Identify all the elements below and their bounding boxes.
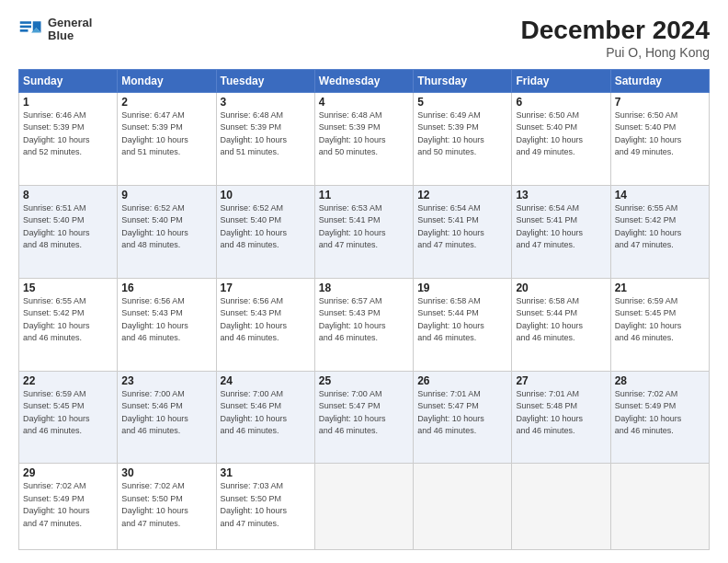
day-info: Sunrise: 7:02 AM Sunset: 5:50 PM Dayligh… [121,480,211,530]
day-info: Sunrise: 6:53 AM Sunset: 5:41 PM Dayligh… [319,202,409,252]
day-info: Sunrise: 6:46 AM Sunset: 5:39 PM Dayligh… [23,109,113,159]
day-cell: 12Sunrise: 6:54 AM Sunset: 5:41 PM Dayli… [414,185,512,278]
day-cell: 16Sunrise: 6:56 AM Sunset: 5:43 PM Dayli… [118,278,216,371]
day-info: Sunrise: 6:49 AM Sunset: 5:39 PM Dayligh… [417,109,507,159]
calendar-header-row: SundayMondayTuesdayWednesdayThursdayFrid… [19,69,710,92]
day-info: Sunrise: 6:57 AM Sunset: 5:43 PM Dayligh… [319,295,409,345]
day-number: 17 [221,282,311,294]
calendar-table: SundayMondayTuesdayWednesdayThursdayFrid… [18,69,710,550]
col-header-wednesday: Wednesday [314,69,413,92]
day-info: Sunrise: 6:50 AM Sunset: 5:40 PM Dayligh… [615,109,705,159]
day-cell: 24Sunrise: 7:00 AM Sunset: 5:46 PM Dayli… [216,371,314,464]
day-number: 30 [121,466,211,479]
day-cell: 15Sunrise: 6:55 AM Sunset: 5:42 PM Dayli… [19,278,118,371]
day-cell: 20Sunrise: 6:58 AM Sunset: 5:44 PM Dayli… [512,278,610,371]
col-header-friday: Friday [512,69,610,92]
day-info: Sunrise: 6:55 AM Sunset: 5:42 PM Dayligh… [23,295,113,345]
day-number: 14 [615,189,705,201]
day-info: Sunrise: 7:01 AM Sunset: 5:47 PM Dayligh… [417,388,507,438]
day-info: Sunrise: 6:59 AM Sunset: 5:45 PM Dayligh… [615,295,705,345]
day-number: 28 [615,374,705,387]
day-cell: 1Sunrise: 6:46 AM Sunset: 5:39 PM Daylig… [19,92,118,185]
logo-text: General Blue [48,17,92,43]
day-info: Sunrise: 6:48 AM Sunset: 5:39 PM Dayligh… [319,109,409,159]
day-info: Sunrise: 7:00 AM Sunset: 5:46 PM Dayligh… [221,388,311,438]
day-cell: 21Sunrise: 6:59 AM Sunset: 5:45 PM Dayli… [610,278,709,371]
day-info: Sunrise: 6:58 AM Sunset: 5:44 PM Dayligh… [516,295,606,345]
col-header-saturday: Saturday [610,69,709,92]
week-row-2: 8Sunrise: 6:51 AM Sunset: 5:40 PM Daylig… [19,185,710,278]
col-header-thursday: Thursday [414,69,512,92]
day-cell: 7Sunrise: 6:50 AM Sunset: 5:40 PM Daylig… [610,92,709,185]
day-number: 21 [615,282,705,294]
day-info: Sunrise: 7:00 AM Sunset: 5:46 PM Dayligh… [121,388,211,438]
day-number: 23 [121,374,211,387]
logo-icon [18,17,44,42]
day-info: Sunrise: 7:01 AM Sunset: 5:48 PM Dayligh… [516,388,606,438]
day-info: Sunrise: 6:54 AM Sunset: 5:41 PM Dayligh… [516,202,606,252]
day-cell: 29Sunrise: 7:02 AM Sunset: 5:49 PM Dayli… [19,464,118,550]
svg-rect-3 [20,22,31,25]
week-row-3: 15Sunrise: 6:55 AM Sunset: 5:42 PM Dayli… [19,278,710,371]
day-info: Sunrise: 7:03 AM Sunset: 5:50 PM Dayligh… [221,480,311,530]
day-number: 6 [516,96,606,109]
day-info: Sunrise: 6:51 AM Sunset: 5:40 PM Dayligh… [23,202,113,252]
day-cell: 2Sunrise: 6:47 AM Sunset: 5:39 PM Daylig… [118,92,216,185]
day-number: 5 [417,96,507,109]
day-cell: 25Sunrise: 7:00 AM Sunset: 5:47 PM Dayli… [314,371,413,464]
day-cell [314,464,413,550]
day-number: 4 [319,96,409,109]
day-cell: 6Sunrise: 6:50 AM Sunset: 5:40 PM Daylig… [512,92,610,185]
week-row-1: 1Sunrise: 6:46 AM Sunset: 5:39 PM Daylig… [19,92,710,185]
title-block: December 2024 Pui O, Hong Kong [521,17,710,60]
day-cell: 14Sunrise: 6:55 AM Sunset: 5:42 PM Dayli… [610,185,709,278]
day-cell: 4Sunrise: 6:48 AM Sunset: 5:39 PM Daylig… [314,92,413,185]
day-cell [610,464,709,550]
day-number: 31 [221,466,311,479]
day-number: 9 [121,189,211,201]
day-number: 27 [516,374,606,387]
week-row-4: 22Sunrise: 6:59 AM Sunset: 5:45 PM Dayli… [19,371,710,464]
svg-rect-4 [20,26,31,29]
day-number: 13 [516,189,606,201]
day-cell: 13Sunrise: 6:54 AM Sunset: 5:41 PM Dayli… [512,185,610,278]
day-number: 18 [319,282,409,294]
week-row-5: 29Sunrise: 7:02 AM Sunset: 5:49 PM Dayli… [19,464,710,550]
day-cell: 31Sunrise: 7:03 AM Sunset: 5:50 PM Dayli… [216,464,314,550]
page: General Blue December 2024 Pui O, Hong K… [0,0,728,563]
col-header-monday: Monday [118,69,216,92]
day-number: 3 [221,96,311,109]
day-cell: 22Sunrise: 6:59 AM Sunset: 5:45 PM Dayli… [19,371,118,464]
day-cell [414,464,512,550]
day-number: 22 [23,374,113,387]
day-cell: 23Sunrise: 7:00 AM Sunset: 5:46 PM Dayli… [118,371,216,464]
day-number: 12 [417,189,507,201]
location: Pui O, Hong Kong [521,45,710,60]
day-cell: 28Sunrise: 7:02 AM Sunset: 5:49 PM Dayli… [610,371,709,464]
day-info: Sunrise: 6:52 AM Sunset: 5:40 PM Dayligh… [221,202,311,252]
header: General Blue December 2024 Pui O, Hong K… [18,17,710,60]
month-title: December 2024 [521,17,710,45]
day-cell: 9Sunrise: 6:52 AM Sunset: 5:40 PM Daylig… [118,185,216,278]
svg-rect-5 [20,29,28,32]
day-cell: 26Sunrise: 7:01 AM Sunset: 5:47 PM Dayli… [414,371,512,464]
day-number: 7 [615,96,705,109]
day-info: Sunrise: 6:55 AM Sunset: 5:42 PM Dayligh… [615,202,705,252]
day-cell: 11Sunrise: 6:53 AM Sunset: 5:41 PM Dayli… [314,185,413,278]
day-number: 2 [121,96,211,109]
day-cell: 27Sunrise: 7:01 AM Sunset: 5:48 PM Dayli… [512,371,610,464]
day-cell: 3Sunrise: 6:48 AM Sunset: 5:39 PM Daylig… [216,92,314,185]
day-info: Sunrise: 6:52 AM Sunset: 5:40 PM Dayligh… [121,202,211,252]
day-cell: 8Sunrise: 6:51 AM Sunset: 5:40 PM Daylig… [19,185,118,278]
day-cell: 10Sunrise: 6:52 AM Sunset: 5:40 PM Dayli… [216,185,314,278]
day-info: Sunrise: 6:48 AM Sunset: 5:39 PM Dayligh… [221,109,311,159]
day-number: 26 [417,374,507,387]
col-header-sunday: Sunday [19,69,118,92]
day-cell: 17Sunrise: 6:56 AM Sunset: 5:43 PM Dayli… [216,278,314,371]
day-number: 29 [23,466,113,479]
day-cell [512,464,610,550]
day-number: 8 [23,189,113,201]
day-info: Sunrise: 7:00 AM Sunset: 5:47 PM Dayligh… [319,388,409,438]
col-header-tuesday: Tuesday [216,69,314,92]
day-cell: 5Sunrise: 6:49 AM Sunset: 5:39 PM Daylig… [414,92,512,185]
